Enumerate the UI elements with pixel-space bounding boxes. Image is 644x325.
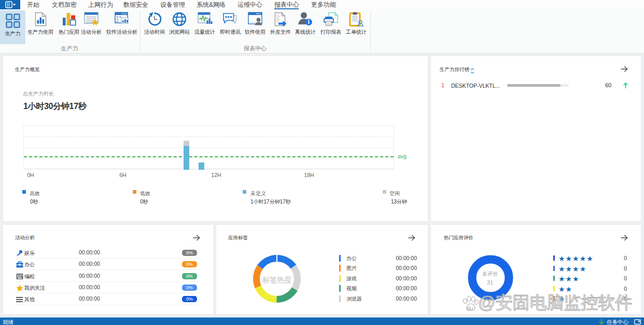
svg-text:du: du bbox=[467, 305, 473, 312]
